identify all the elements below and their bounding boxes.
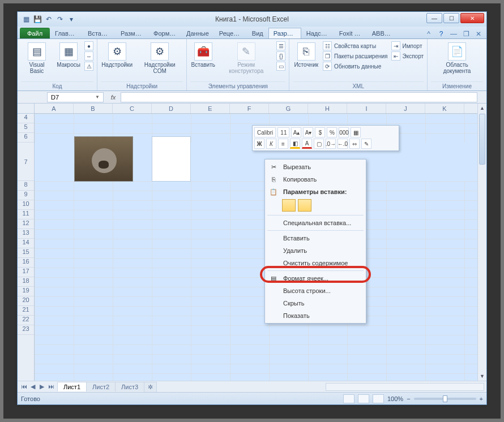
ctx-clear[interactable]: Очистить содержимое [265,257,366,269]
macros-button[interactable]: ▦Макросы [56,41,81,69]
maximize-button[interactable]: ☐ [443,13,459,23]
mini-font-name[interactable]: Calibri [254,127,276,137]
col-E[interactable]: E [191,104,230,113]
view-layout-button[interactable] [358,394,369,403]
sheet-prev-icon[interactable]: ◀ [29,383,37,390]
grow-font-icon[interactable]: A▴ [291,127,301,137]
row-16[interactable]: 16 [18,258,34,268]
insert-control-button[interactable]: 🧰Вставить [190,41,216,69]
relative-ref-button[interactable]: ↔ [84,51,93,61]
run-dialog-button[interactable]: ▭ [276,62,285,71]
row-17[interactable]: 17 [18,268,34,277]
col-J[interactable]: J [386,104,425,113]
dec-decimal-icon[interactable]: ←.0 [338,139,348,149]
bold-icon[interactable]: Ж [254,139,264,149]
row-19[interactable]: 19 [18,287,34,296]
row-13[interactable]: 13 [18,229,34,239]
row-5[interactable]: 5 [18,123,34,133]
tab-file[interactable]: Файл [20,28,50,38]
mdi-close-icon[interactable]: ✕ [474,29,483,38]
visual-basic-button[interactable]: ▤Visual Basic [21,41,53,75]
macro-security-button[interactable]: ⚠ [84,62,93,71]
zoom-out-button[interactable]: − [407,395,410,402]
percent-format-icon[interactable]: % [327,127,337,137]
format-painter-icon[interactable]: ✎ [361,139,371,149]
ctx-copy[interactable]: ⎘Копировать [265,173,366,186]
select-all-corner[interactable] [18,104,35,114]
tab-formulas[interactable]: Формулы [148,28,181,38]
scroll-up-icon[interactable]: ▲ [478,104,486,113]
map-props-button[interactable]: ☷Свойства карты [323,41,387,50]
paste-opt-values[interactable] [298,199,311,212]
mini-font-size[interactable]: 11 [277,127,289,137]
sheet-last-icon[interactable]: ⏭ [47,383,55,390]
col-H[interactable]: H [308,104,347,113]
row-6[interactable]: 6 [18,133,34,143]
row-18[interactable]: 18 [18,277,34,287]
embedded-image-koala[interactable] [74,136,133,182]
row-22[interactable]: 22 [18,316,34,325]
row-8[interactable]: 8 [18,181,34,191]
col-B[interactable]: B [74,104,113,113]
row-20[interactable]: 20 [18,296,34,306]
shrink-font-icon[interactable]: A▾ [303,127,313,137]
comma-format-icon[interactable]: 000 [339,127,349,137]
ctx-hide[interactable]: Скрыть [265,297,366,309]
sheet-tab-1[interactable]: Лист1 [57,382,87,391]
row-4[interactable]: 4 [18,114,34,123]
view-normal-button[interactable] [343,394,354,403]
close-button[interactable]: ✕ [460,13,484,23]
zoom-knob[interactable] [443,395,447,402]
zoom-slider[interactable] [414,398,476,400]
col-F[interactable]: F [230,104,269,113]
tab-addins[interactable]: Надстрой [301,28,334,38]
export-button[interactable]: ⇤Экспорт [391,51,424,61]
properties-button[interactable]: ☰ [276,41,285,50]
scroll-thumb[interactable] [479,114,485,165]
font-color-icon[interactable]: A [302,139,312,149]
ctx-show[interactable]: Показать [265,309,366,322]
tab-layout[interactable]: Разметка с [116,28,148,38]
row-14[interactable]: 14 [18,239,34,248]
tab-abbyy[interactable]: ABBYY PDF [367,28,400,38]
fill-color-icon[interactable]: ◧ [290,139,300,149]
horizontal-scrollbar[interactable] [326,383,484,391]
import-button[interactable]: ⇥Импорт [391,41,424,50]
mdi-restore-icon[interactable]: ❐ [462,29,471,38]
tab-foxit[interactable]: Foxit PDF [334,28,367,38]
sheet-next-icon[interactable]: ▶ [38,383,46,390]
sheet-first-icon[interactable]: ⏮ [20,383,28,390]
record-macro-button[interactable]: ● [84,41,93,50]
col-K[interactable]: K [425,104,464,113]
ctx-insert[interactable]: Вставить [265,232,366,244]
mdi-min-icon[interactable]: — [449,29,458,38]
ctx-cut[interactable]: ✂Вырезать [265,161,366,173]
inc-decimal-icon[interactable]: .0→ [326,139,336,149]
col-I[interactable]: I [347,104,386,113]
row-12[interactable]: 12 [18,219,34,229]
center-icon[interactable]: ≡ [278,139,288,149]
col-D[interactable]: D [152,104,191,113]
tab-developer[interactable]: Разработч [268,28,301,38]
xml-source-button[interactable]: ⎘Источник [293,41,319,69]
ctx-format-cells[interactable]: ▤Формат ячеек... [265,272,366,285]
row-15[interactable]: 15 [18,248,34,258]
border-icon[interactable]: ▢ [314,139,324,149]
sheet-tab-3[interactable]: Лист3 [115,382,144,391]
row-7[interactable]: 7 [18,143,34,181]
paste-opt-default[interactable] [282,199,296,212]
merge-icon[interactable]: ⇔ [349,139,360,149]
name-box[interactable]: D7▼ [47,92,104,102]
row-11[interactable]: 11 [18,210,34,219]
cells-area[interactable]: Calibri 11 A▴ A▾ $ % 000 ▦ Ж К ≡ ◧ A ▢ .… [35,114,477,381]
sheet-tab-2[interactable]: Лист2 [86,382,116,391]
row-9[interactable]: 9 [18,191,34,200]
row-10[interactable]: 10 [18,200,34,210]
ribbon-min-icon[interactable]: ^ [424,29,433,38]
design-mode-button[interactable]: ✎Режим конструктора [219,41,273,75]
tab-review[interactable]: Рецензиро [214,28,247,38]
accounting-format-icon[interactable]: $ [315,127,325,137]
scroll-down-icon[interactable]: ▼ [478,372,486,381]
refresh-data-button[interactable]: ⟳Обновить данные [323,62,387,71]
tab-data[interactable]: Данные [181,28,214,38]
